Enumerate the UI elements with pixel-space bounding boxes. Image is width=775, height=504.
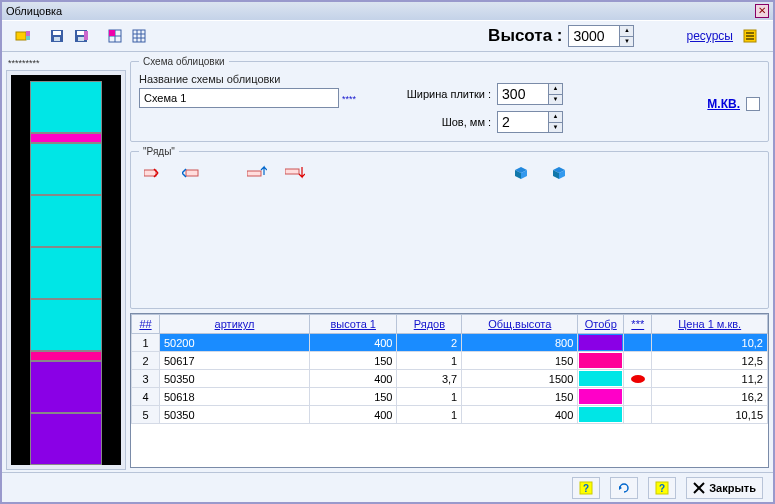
cell-color[interactable]: [578, 388, 624, 406]
preview-tile: [30, 81, 102, 133]
move-down-icon[interactable]: [285, 165, 305, 181]
close-icon[interactable]: ✕: [755, 4, 769, 18]
cell-price[interactable]: 10,2: [652, 334, 768, 352]
spin-up-icon[interactable]: ▲: [549, 84, 562, 95]
mkv-link[interactable]: М.КВ.: [707, 97, 740, 111]
rows-table-wrapper[interactable]: ## артикул высота 1 Рядов Общ.высота Ото…: [130, 313, 769, 468]
grid1-icon[interactable]: [104, 25, 126, 47]
col-height1[interactable]: высота 1: [310, 315, 397, 334]
resources-icon[interactable]: [739, 25, 761, 47]
cell-article[interactable]: 50350: [160, 406, 310, 424]
cell-rows[interactable]: 1: [397, 352, 462, 370]
cell-total[interactable]: 400: [462, 406, 578, 424]
scheme-stars[interactable]: ****: [342, 94, 356, 104]
cell-color[interactable]: [578, 334, 624, 352]
table-row[interactable]: 450618150115016,2: [132, 388, 768, 406]
cell-rows[interactable]: 1: [397, 406, 462, 424]
col-price[interactable]: Цена 1 м.кв.: [652, 315, 768, 334]
spin-up-icon[interactable]: ▲: [549, 112, 562, 123]
cell-price[interactable]: 10,15: [652, 406, 768, 424]
spin-down-icon[interactable]: ▼: [620, 37, 633, 47]
cell-article[interactable]: 50618: [160, 388, 310, 406]
spin-down-icon[interactable]: ▼: [549, 123, 562, 133]
cell-h1[interactable]: 400: [310, 406, 397, 424]
height-spinner[interactable]: ▲▼: [568, 25, 634, 47]
mkv-checkbox[interactable]: [746, 97, 760, 111]
spin-up-icon[interactable]: ▲: [620, 26, 633, 37]
scheme-legend: Схема облицовки: [139, 56, 229, 67]
rows-legend: "Ряды": [139, 146, 179, 157]
cell-total[interactable]: 150: [462, 388, 578, 406]
window-title: Облицовка: [6, 5, 62, 17]
cell-article[interactable]: 50200: [160, 334, 310, 352]
col-display[interactable]: Отобр: [578, 315, 624, 334]
cell-price[interactable]: 12,5: [652, 352, 768, 370]
pkg1-icon[interactable]: [511, 165, 531, 181]
tile-width-input[interactable]: [498, 84, 548, 104]
cell-h1[interactable]: 400: [310, 334, 397, 352]
open-icon[interactable]: [12, 25, 34, 47]
dimension-block: Ширина плитки : ▲▼ Шов, мм : ▲▼: [386, 73, 563, 133]
help1-button[interactable]: ?: [572, 477, 600, 499]
cell-color[interactable]: [578, 370, 624, 388]
table-row[interactable]: 3503504003,7150011,2: [132, 370, 768, 388]
spin-down-icon[interactable]: ▼: [549, 95, 562, 105]
preview-panel: [6, 70, 126, 470]
resources-link[interactable]: ресурсы: [686, 29, 733, 43]
col-article[interactable]: артикул: [160, 315, 310, 334]
add-row-icon[interactable]: [181, 165, 201, 181]
cell-h1[interactable]: 400: [310, 370, 397, 388]
cell-total[interactable]: 150: [462, 352, 578, 370]
cell-price[interactable]: 16,2: [652, 388, 768, 406]
seam-spinner[interactable]: ▲▼: [497, 111, 563, 133]
cell-article[interactable]: 50617: [160, 352, 310, 370]
cell-color[interactable]: [578, 406, 624, 424]
preview-column: *********: [6, 56, 126, 468]
table-row[interactable]: 150200400280010,2: [132, 334, 768, 352]
rows-table: ## артикул высота 1 Рядов Общ.высота Ото…: [131, 314, 768, 424]
tile-width-spinner[interactable]: ▲▼: [497, 83, 563, 105]
delete-row-icon[interactable]: [143, 165, 163, 181]
preview-tile: [30, 299, 102, 351]
cell-mark[interactable]: [624, 352, 652, 370]
cell-h1[interactable]: 150: [310, 352, 397, 370]
move-up-icon[interactable]: [247, 165, 267, 181]
svg-rect-23: [144, 170, 156, 176]
cell-num: 1: [132, 334, 160, 352]
cell-total[interactable]: 1500: [462, 370, 578, 388]
seam-label: Шов, мм :: [386, 116, 491, 128]
col-rows[interactable]: Рядов: [397, 315, 462, 334]
pkg2-icon[interactable]: [549, 165, 569, 181]
svg-rect-26: [285, 169, 299, 174]
col-stars[interactable]: ***: [624, 315, 652, 334]
cell-mark[interactable]: [624, 370, 652, 388]
col-num[interactable]: ##: [132, 315, 160, 334]
refresh-button[interactable]: [610, 477, 638, 499]
close-button[interactable]: Закрыть: [686, 477, 763, 499]
cell-rows[interactable]: 3,7: [397, 370, 462, 388]
help2-button[interactable]: ?: [648, 477, 676, 499]
cell-mark[interactable]: [624, 406, 652, 424]
table-row[interactable]: 550350400140010,15: [132, 406, 768, 424]
cell-color[interactable]: [578, 352, 624, 370]
cell-rows[interactable]: 1: [397, 388, 462, 406]
col-total-h[interactable]: Общ.высота: [462, 315, 578, 334]
scheme-name-input[interactable]: [139, 88, 339, 108]
cell-price[interactable]: 11,2: [652, 370, 768, 388]
cell-mark[interactable]: [624, 334, 652, 352]
cell-h1[interactable]: 150: [310, 388, 397, 406]
cell-total[interactable]: 800: [462, 334, 578, 352]
svg-rect-13: [109, 30, 115, 36]
save-as-icon[interactable]: [70, 25, 92, 47]
cell-rows[interactable]: 2: [397, 334, 462, 352]
save-icon[interactable]: [46, 25, 68, 47]
table-row[interactable]: 250617150115012,5: [132, 352, 768, 370]
titlebar: Облицовка ✕: [2, 2, 773, 20]
grid2-icon[interactable]: [128, 25, 150, 47]
svg-rect-4: [53, 31, 61, 35]
height-input[interactable]: [569, 26, 619, 46]
tile-width-label: Ширина плитки :: [386, 88, 491, 100]
cell-mark[interactable]: [624, 388, 652, 406]
cell-article[interactable]: 50350: [160, 370, 310, 388]
seam-input[interactable]: [498, 112, 548, 132]
